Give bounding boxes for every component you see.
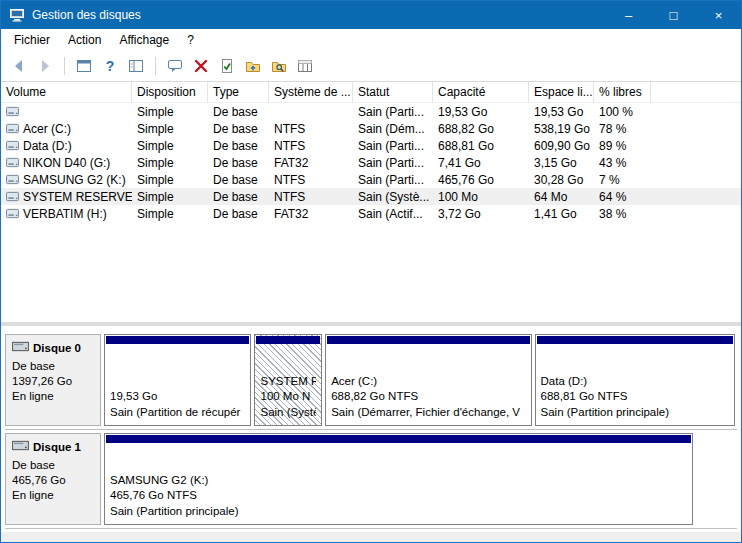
table-cell: De base [208, 103, 269, 120]
volume-icon [6, 106, 19, 117]
disk-row: Disque 1De base465,76 GoEn ligneSAMSUNG … [5, 433, 737, 525]
dialog-icon[interactable] [163, 54, 187, 78]
table-cell: 3,15 Go [529, 154, 594, 171]
table-cell: 7 % [594, 171, 651, 188]
column-header-statut[interactable]: Statut [353, 82, 433, 102]
table-cell: 100 % [594, 103, 651, 120]
disk-management-window: Gestion des disques – □ × FichierActionA… [0, 0, 742, 543]
table-cell: Simple [132, 205, 208, 222]
window-icon[interactable] [72, 54, 96, 78]
table-cell: Simple [132, 154, 208, 171]
table-cell: Sain (Actif... [353, 205, 433, 222]
volume-row[interactable]: SAMSUNG G2 (K:)SimpleDe baseNTFSSain (Pa… [1, 171, 741, 188]
menu-item-help[interactable]: ? [178, 30, 203, 50]
volume-row[interactable]: SYSTEM RESERVEDSimpleDe baseNTFSSain (Sy… [1, 188, 741, 205]
volume-row[interactable]: Data (D:)SimpleDe baseNTFSSain (Parti...… [1, 137, 741, 154]
column-header-libres[interactable]: % libres [594, 82, 651, 102]
menu-item-fichier[interactable]: Fichier [5, 30, 59, 50]
partition-color-bar [537, 336, 734, 344]
volume-row[interactable]: NIKON D40 (G:)SimpleDe baseFAT32Sain (Pa… [1, 154, 741, 171]
column-header-type[interactable]: Type [208, 82, 269, 102]
table-cell: NTFS [269, 171, 353, 188]
disk-capacity: 1397,26 Go [12, 374, 94, 389]
table-cell: Sain (Systè... [353, 188, 433, 205]
partition[interactable]: 19,53 GoSain (Partition de récupér [104, 334, 251, 426]
column-header-capacite[interactable]: Capacité [433, 82, 529, 102]
table-cell: Sain (Parti... [353, 103, 433, 120]
help-icon[interactable]: ? [98, 54, 122, 78]
console-tree-icon[interactable] [124, 54, 148, 78]
table-cell [269, 103, 353, 120]
menu-item-action[interactable]: Action [59, 30, 110, 50]
table-cell: SAMSUNG G2 (K:) [1, 171, 132, 188]
partition-color-bar [327, 336, 529, 344]
back-icon[interactable] [7, 54, 31, 78]
table-cell: Acer (C:) [1, 120, 132, 137]
disk-label[interactable]: Disque 0De base1397,26 GoEn ligne [5, 334, 101, 426]
volume-row[interactable]: Acer (C:)SimpleDe baseNTFSSain (Dém...68… [1, 120, 741, 137]
table-cell: Simple [132, 137, 208, 154]
disk-icon [12, 439, 29, 456]
toolbar: ? [1, 51, 741, 82]
column-header-systemede[interactable]: Système de ... [269, 82, 353, 102]
columns-icon[interactable] [293, 54, 317, 78]
disk-status: En ligne [12, 488, 94, 503]
table-cell: De base [208, 137, 269, 154]
disk-row: Disque 0De base1397,26 GoEn ligne 19,53 … [5, 334, 737, 426]
table-cell: De base [208, 205, 269, 222]
disk-icon [12, 340, 29, 357]
menu-item-affichage[interactable]: Affichage [110, 30, 178, 50]
disk-name-text: Disque 0 [33, 341, 81, 356]
delete-icon[interactable] [189, 54, 213, 78]
table-cell: Simple [132, 171, 208, 188]
folder-up-icon[interactable] [241, 54, 265, 78]
table-cell: FAT32 [269, 154, 353, 171]
volume-icon [6, 174, 19, 185]
volume-table-body: SimpleDe baseSain (Parti...19,53 Go19,53… [1, 103, 741, 222]
column-header-espaceli[interactable]: Espace li... [529, 82, 594, 102]
table-cell-filler [651, 205, 741, 222]
column-header-volume[interactable]: Volume [1, 82, 132, 102]
toolbar-separator [155, 57, 156, 75]
table-cell: Sain (Parti... [353, 154, 433, 171]
table-cell: 43 % [594, 154, 651, 171]
partition[interactable]: Data (D:)688,81 Go NTFSSain (Partition p… [535, 334, 736, 426]
column-header-disposition[interactable]: Disposition [132, 82, 208, 102]
minimize-button[interactable]: – [606, 1, 651, 29]
partition[interactable]: SAMSUNG G2 (K:)465,76 Go NTFSSain (Parti… [104, 433, 693, 525]
table-cell: De base [208, 120, 269, 137]
partition[interactable]: Acer (C:)688,82 Go NTFSSain (Démarrer, F… [325, 334, 531, 426]
volume-row[interactable]: SimpleDe baseSain (Parti...19,53 Go19,53… [1, 103, 741, 120]
table-cell: 688,82 Go [433, 120, 529, 137]
table-cell: Simple [132, 120, 208, 137]
volume-icon [6, 157, 19, 168]
svg-text:?: ? [106, 58, 115, 74]
table-cell: NTFS [269, 137, 353, 154]
window-controls: – □ × [606, 1, 741, 29]
volume-row[interactable]: VERBATIM (H:)SimpleDe baseFAT32Sain (Act… [1, 205, 741, 222]
disk-capacity: 465,76 Go [12, 473, 94, 488]
forward-icon[interactable] [33, 54, 57, 78]
disk-type: De base [12, 359, 94, 374]
table-cell: 100 Mo [433, 188, 529, 205]
table-cell: Sain (Parti... [353, 171, 433, 188]
disk-name-text: Disque 1 [33, 440, 81, 455]
check-doc-icon[interactable] [215, 54, 239, 78]
table-cell: 64 Mo [529, 188, 594, 205]
close-button[interactable]: × [696, 1, 741, 29]
titlebar: Gestion des disques – □ × [1, 1, 741, 29]
table-cell: Simple [132, 103, 208, 120]
table-cell: 78 % [594, 120, 651, 137]
table-cell-filler [651, 171, 741, 188]
table-cell: 1,41 Go [529, 205, 594, 222]
graphic-bottom-filler [1, 532, 741, 542]
folder-search-icon[interactable] [267, 54, 291, 78]
table-cell: FAT32 [269, 205, 353, 222]
disk-label[interactable]: Disque 1De base465,76 GoEn ligne [5, 433, 101, 525]
disk-area: Disque 0De base1397,26 GoEn ligne 19,53 … [1, 326, 741, 542]
volume-list-panel: VolumeDispositionTypeSystème de ...Statu… [1, 82, 741, 322]
maximize-button[interactable]: □ [651, 1, 696, 29]
table-header: VolumeDispositionTypeSystème de ...Statu… [1, 82, 741, 103]
partition-selected[interactable]: SYSTEM R100 Mo NSain (Systè [254, 334, 322, 426]
partition-text: Data (D:)688,81 Go NTFSSain (Partition p… [536, 374, 735, 426]
